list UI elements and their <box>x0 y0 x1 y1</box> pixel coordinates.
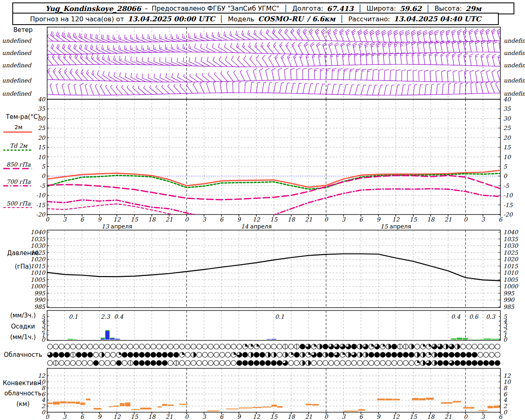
cloud-cover-rows <box>48 344 500 366</box>
precip-bars <box>68 330 500 340</box>
meteogram-page: Yug_Kondinskoye_28066 – Предоставлено ФГ… <box>0 0 525 420</box>
wind-barbs <box>39 28 503 95</box>
meteogram-canvas <box>0 0 525 420</box>
